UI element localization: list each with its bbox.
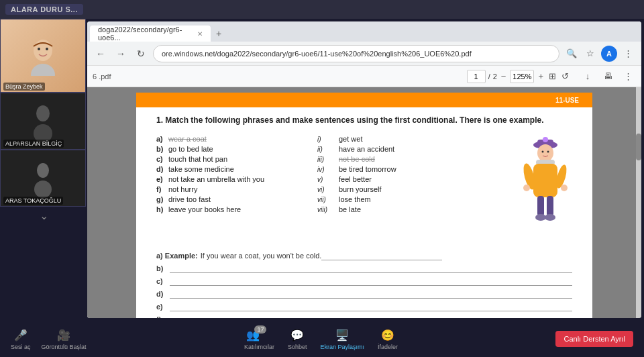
more-options-icon[interactable]: ⋮ (620, 46, 636, 62)
svg-point-20 (535, 214, 546, 221)
mute-button[interactable]: 🎤 Sesi aç (11, 327, 31, 350)
toolbar-right: 🔍 ☆ A ⋮ (564, 46, 636, 62)
tab-close-button[interactable]: ✕ (197, 30, 203, 38)
result-iv-label: iv) (317, 166, 336, 173)
phrase-b: b) go to bed late (156, 145, 317, 153)
pdf-toolbar: 6 .pdf / 2 − + ⊞ ↺ ↓ 🖶 ⋮ (87, 66, 641, 87)
new-tab-button[interactable]: + (211, 26, 227, 42)
main-video-tile[interactable]: Büşra Zeybek (0, 19, 86, 93)
result-i: i) get wet (317, 135, 465, 143)
phrases-column: a) wear a coat b) go to bed late c) touc… (156, 133, 317, 240)
pdf-download-icon[interactable]: ↓ (580, 68, 596, 85)
phrase-h-label: h) (156, 205, 166, 213)
phrase-e-label: e) (156, 175, 166, 183)
svg-point-6 (37, 163, 49, 178)
svg-point-7 (34, 181, 52, 198)
share-icon: 🖥️ (333, 327, 352, 342)
svg-rect-13 (533, 164, 557, 197)
share-label: Ekran Paylaşımı (321, 344, 365, 350)
reload-button[interactable]: ↻ (133, 46, 149, 62)
participant-tile-3[interactable]: ARAS TOKAÇOĞLU (0, 150, 86, 207)
chat-button[interactable]: 💬 Sohbet (288, 327, 307, 350)
app-title: ALARA DURU S... (5, 4, 83, 15)
bookmark-icon[interactable]: ☆ (582, 46, 598, 62)
example-section: a) Example: If you wear a coat, you won'… (156, 251, 572, 318)
result-vi: vi) burn yourself (317, 185, 465, 193)
participant-name-1: Büşra Zeybek (3, 83, 45, 91)
reactions-label: İfadeler (378, 344, 398, 350)
fill-label-f: f) (156, 315, 170, 318)
result-ii-label: ii) (317, 146, 336, 153)
svg-point-11 (537, 144, 553, 162)
result-v-label: v) (317, 176, 336, 183)
fill-label-c: c) (156, 277, 170, 285)
scrollbar-track[interactable] (636, 87, 641, 318)
expand-participants-button[interactable]: ⌄ (0, 207, 87, 225)
phrase-b-text: go to bed late (168, 145, 213, 153)
svg-point-3 (46, 48, 48, 50)
fill-line-f: f) (156, 315, 572, 318)
mute-label: Sesi aç (11, 344, 31, 350)
phrase-f-text: not hurry (168, 185, 197, 193)
pdf-zoom-input[interactable] (510, 70, 534, 83)
active-tab[interactable]: doga2022/secondary/gr6-uoe6... ✕ (90, 26, 211, 42)
result-vi-text: burn yourself (339, 185, 382, 193)
participants-button[interactable]: 👥 17 Katılımcılar (244, 327, 274, 350)
video-button[interactable]: 🎥 Görüntülü Başlat (42, 327, 87, 350)
user-avatar[interactable]: A (601, 46, 617, 62)
phrase-h: h) leave your books here (156, 205, 317, 213)
exercise-number: 1. (156, 115, 165, 125)
zoom-icon[interactable]: 🔍 (564, 46, 580, 62)
sidebar: Büşra Zeybek ALPARSLAN BİLGİÇ ARAS TOKAÇ… (0, 19, 87, 321)
reactions-button[interactable]: 😊 İfadeler (378, 327, 398, 350)
result-v-text: feel better (339, 175, 372, 183)
result-viii: viii) be late (317, 205, 465, 213)
chat-icon: 💬 (288, 327, 307, 342)
phrase-c-text: touch that hot pan (168, 155, 227, 163)
phrase-b-label: b) (156, 145, 166, 153)
columns-wrapper: a) wear a coat b) go to bed late c) touc… (156, 133, 572, 240)
fill-line-d: d) (156, 289, 572, 299)
tab-label: doga2022/secondary/gr6-uoe6... (98, 26, 192, 42)
pdf-page-input[interactable] (467, 70, 486, 83)
fill-underline-e (170, 302, 572, 311)
strip-label: 11-USE (555, 97, 579, 104)
main-area: Büşra Zeybek ALPARSLAN BİLGİÇ ARAS TOKAÇ… (0, 19, 644, 321)
pdf-page-total: 2 (493, 72, 497, 81)
pdf-rotate-button[interactable]: ↺ (560, 71, 570, 81)
result-i-label: i) (317, 136, 336, 143)
pdf-page-controls: / 2 − + ⊞ ↺ (467, 70, 570, 83)
phrase-d-label: d) (156, 165, 166, 173)
address-bar[interactable] (153, 45, 559, 62)
phrase-g: g) drive too fast (156, 195, 317, 203)
result-iii-text: not be cold (339, 155, 375, 163)
pdf-zoom-out-button[interactable]: − (500, 71, 508, 81)
scrollbar-thumb[interactable] (636, 134, 641, 160)
pdf-zoom-in-button[interactable]: + (537, 71, 545, 81)
share-screen-button[interactable]: 🖥️ Ekran Paylaşımı (321, 327, 365, 350)
pdf-more-icon[interactable]: ⋮ (620, 68, 636, 85)
pdf-fit-button[interactable]: ⊞ (547, 71, 557, 81)
pdf-scroll-container[interactable]: 11-USE 1. Match the following phrases an… (87, 87, 641, 318)
fill-line-b: b) (156, 264, 572, 273)
pdf-page-separator: / (488, 72, 490, 81)
bottom-left-controls: 🎤 Sesi aç 🎥 Görüntülü Başlat (11, 327, 87, 350)
fill-label-e: e) (156, 303, 170, 311)
svg-point-4 (36, 105, 50, 121)
browser-toolbar: ← → ↻ 🔍 ☆ A ⋮ (87, 42, 641, 66)
pdf-print-icon[interactable]: 🖶 (600, 68, 616, 85)
example-fill-line (321, 251, 442, 260)
end-class-button[interactable]: Canlı Dersten Ayrıl (555, 331, 633, 347)
forward-button[interactable]: → (113, 46, 129, 62)
participant-name-2: ALPARSLAN BİLGİÇ (3, 140, 64, 148)
back-button[interactable]: ← (93, 46, 109, 62)
fill-label-b: b) (156, 264, 170, 272)
participant-tile-2[interactable]: ALPARSLAN BİLGİÇ (0, 93, 86, 150)
participants-label: Katılımcılar (244, 344, 274, 350)
results-column: i) get wet ii) have an accident iii) not… (317, 133, 465, 240)
browser-tabs: doga2022/secondary/gr6-uoe6... ✕ + (87, 21, 641, 42)
result-i-text: get wet (339, 135, 362, 143)
result-viii-label: viii) (317, 206, 336, 213)
svg-rect-18 (537, 196, 544, 216)
top-bar: ALARA DURU S... (0, 0, 644, 19)
